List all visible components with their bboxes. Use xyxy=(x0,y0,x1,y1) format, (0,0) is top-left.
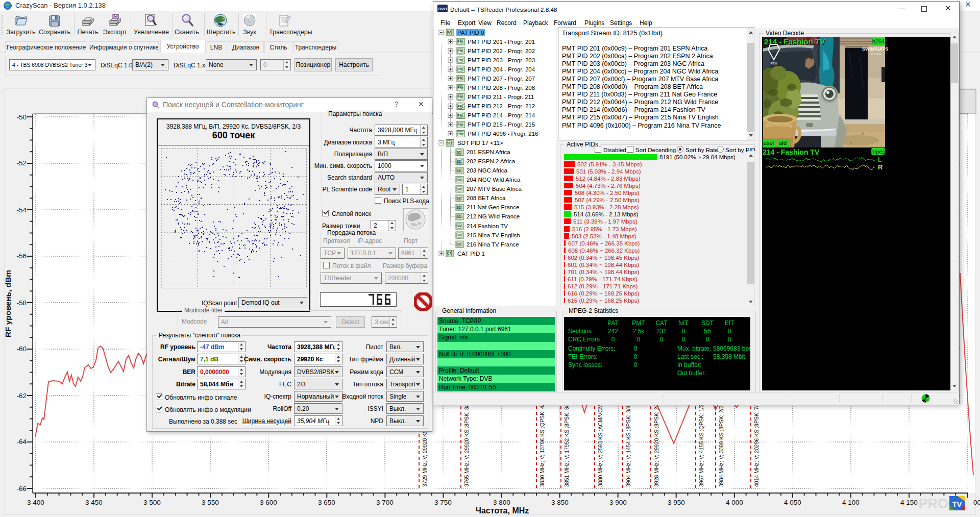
svg-text:2.5k: 2.5k xyxy=(633,328,645,335)
svg-text:0: 0 xyxy=(611,336,615,343)
svg-text:SD: SD xyxy=(457,233,461,237)
svg-text:DVB: DVB xyxy=(438,7,447,11)
svg-text:SD: SD xyxy=(457,242,461,246)
svg-text:PM: PM xyxy=(457,40,462,43)
svg-text:3 700: 3 700 xyxy=(376,499,394,506)
svg-text:SD: SD xyxy=(457,196,461,200)
svg-text:-66: -66 xyxy=(16,485,27,493)
svg-text:3 850: 3 850 xyxy=(551,499,569,506)
svg-text:PM: PM xyxy=(457,95,462,99)
svg-text:CA: CA xyxy=(447,252,452,255)
svg-text:0: 0 xyxy=(637,336,641,343)
svg-text:58.358 Mbit: 58.358 Mbit xyxy=(713,353,745,360)
svg-text:In buffer:: In buffer: xyxy=(677,361,701,368)
svg-text:3 550: 3 550 xyxy=(202,499,219,506)
svg-text:3 400: 3 400 xyxy=(27,499,44,506)
svg-text:Last sec.:: Last sec.: xyxy=(677,353,703,360)
svg-text:TV: TV xyxy=(952,500,962,508)
svg-text:-52: -52 xyxy=(16,159,27,167)
svg-text:3984 MHz; V; 3399 KS ;8PSK; 2/: 3984 MHz; V; 3399 KS ;8PSK; 2/3; xyxy=(718,404,724,487)
svg-text:RF уровень, dBm: RF уровень, dBm xyxy=(4,270,12,337)
svg-text:3 900: 3 900 xyxy=(609,499,627,506)
svg-text:4 150: 4 150 xyxy=(900,499,918,506)
svg-text:SD: SD xyxy=(447,141,452,145)
svg-text:0: 0 xyxy=(706,336,709,343)
svg-text:-56: -56 xyxy=(16,252,27,260)
svg-text:3 600: 3 600 xyxy=(260,499,277,506)
svg-text:PM: PM xyxy=(457,77,462,80)
svg-text:3 800: 3 800 xyxy=(493,499,510,506)
svg-text:SD: SD xyxy=(457,169,461,173)
svg-text:PM: PM xyxy=(457,105,462,108)
svg-text:PM: PM xyxy=(457,58,462,62)
svg-text:Частота, MHz: Частота, MHz xyxy=(476,506,529,515)
svg-text:0: 0 xyxy=(660,336,664,343)
svg-text:3830 MHz; V; 13796 KS ;QPSK; 4: 3830 MHz; V; 13796 KS ;QPSK; 4/5 xyxy=(539,401,545,487)
svg-text:SD: SD xyxy=(457,215,461,218)
svg-text:4 050: 4 050 xyxy=(784,499,801,506)
svg-text:242: 242 xyxy=(608,328,618,335)
svg-text:55: 55 xyxy=(704,328,711,335)
svg-text:0: 0 xyxy=(634,361,638,368)
svg-text:SD: SD xyxy=(457,206,461,209)
svg-text:0: 0 xyxy=(728,336,731,343)
svg-text:TEI Errors:: TEI Errors: xyxy=(568,353,598,360)
svg-text:PM: PM xyxy=(457,67,462,71)
svg-text:-50: -50 xyxy=(16,113,27,121)
svg-text:Sync losses:: Sync losses: xyxy=(568,361,602,368)
svg-text:3 450: 3 450 xyxy=(85,499,103,506)
svg-text:3 950: 3 950 xyxy=(668,499,685,506)
svg-text:3967 MHz; V; 4155 KS ;QPSK; 1/: 3967 MHz; V; 4155 KS ;QPSK; 1/2; xyxy=(698,403,704,487)
svg-text:-62: -62 xyxy=(16,392,27,400)
svg-text:NIT: NIT xyxy=(678,319,689,327)
svg-text:Mux. bitrate:: Mux. bitrate: xyxy=(677,345,711,352)
svg-text:3 500: 3 500 xyxy=(143,499,161,506)
svg-text:EIT: EIT xyxy=(725,319,734,327)
svg-text:-54: -54 xyxy=(16,206,27,214)
svg-text:0: 0 xyxy=(634,353,638,360)
svg-text:SD: SD xyxy=(457,160,461,163)
svg-text:SD: SD xyxy=(457,151,461,154)
svg-text:3765 MHz; V; 29920 KS ;8PSK; 3: 3765 MHz; V; 29920 KS ;8PSK; 3/4 xyxy=(463,402,470,487)
svg-text:3904 MHz; V; 1454 KS ;8PSK; 3/: 3904 MHz; V; 1454 KS ;8PSK; 3/4; xyxy=(625,404,631,487)
svg-text:PA: PA xyxy=(447,31,452,34)
svg-text:231: 231 xyxy=(656,328,667,335)
svg-text:Out buffer:: Out buffer: xyxy=(677,370,706,377)
svg-text:3851 MHz; V; 17952 KS ;8PSK; 3: 3851 MHz; V; 17952 KS ;8PSK; 3/4 xyxy=(564,402,570,487)
svg-text:3928 MHz; V; 29920 KS ;8PSK; 2: 3928 MHz; V; 29920 KS ;8PSK; 2/3 xyxy=(653,402,659,487)
svg-text:PMT: PMT xyxy=(632,319,645,327)
svg-text:0: 0 xyxy=(682,328,685,335)
svg-text:3 750: 3 750 xyxy=(434,499,452,506)
svg-text:PAT: PAT xyxy=(607,319,619,327)
svg-text:-64: -64 xyxy=(16,438,27,446)
svg-text:0: 0 xyxy=(728,328,731,335)
svg-text:SD: SD xyxy=(457,178,461,182)
svg-text:CRC Errors: CRC Errors xyxy=(568,336,600,343)
svg-text:4 100: 4 100 xyxy=(842,499,860,506)
svg-text:-60: -60 xyxy=(16,345,27,353)
svg-text:SDT: SDT xyxy=(701,319,714,327)
svg-text:-58: -58 xyxy=(16,299,27,307)
svg-text:3 650: 3 650 xyxy=(318,499,335,506)
svg-text:PM: PM xyxy=(457,123,462,127)
svg-text:PM: PM xyxy=(457,86,462,89)
svg-text:FTV: FTV xyxy=(770,62,777,65)
svg-text:3880 MHz; V; 2593 KS ;ACM/VCM: 3880 MHz; V; 2593 KS ;ACM/VCM ; xyxy=(597,401,603,487)
svg-text:PRO: PRO xyxy=(918,496,948,511)
svg-text:00: 00 xyxy=(973,499,980,506)
svg-text:4014 MHz; V; 20296 KS ;8PSK; 7: 4014 MHz; V; 20296 KS ;8PSK; 7/8 xyxy=(753,402,760,487)
svg-text:PM: PM xyxy=(457,49,462,53)
svg-text:PM: PM xyxy=(457,114,462,117)
svg-text:SD: SD xyxy=(457,224,461,228)
svg-text:PM: PM xyxy=(457,132,462,136)
svg-text:4 000: 4 000 xyxy=(726,499,743,506)
svg-text:Continuity Errors:: Continuity Errors: xyxy=(568,345,616,352)
svg-text:CAT: CAT xyxy=(655,319,668,327)
svg-text:58069683 bps: 58069683 bps xyxy=(713,345,750,352)
svg-text:Sections: Sections xyxy=(568,328,592,335)
svg-text:0: 0 xyxy=(634,345,638,352)
svg-text:SD: SD xyxy=(457,187,461,191)
svg-text:0: 0 xyxy=(682,336,685,343)
